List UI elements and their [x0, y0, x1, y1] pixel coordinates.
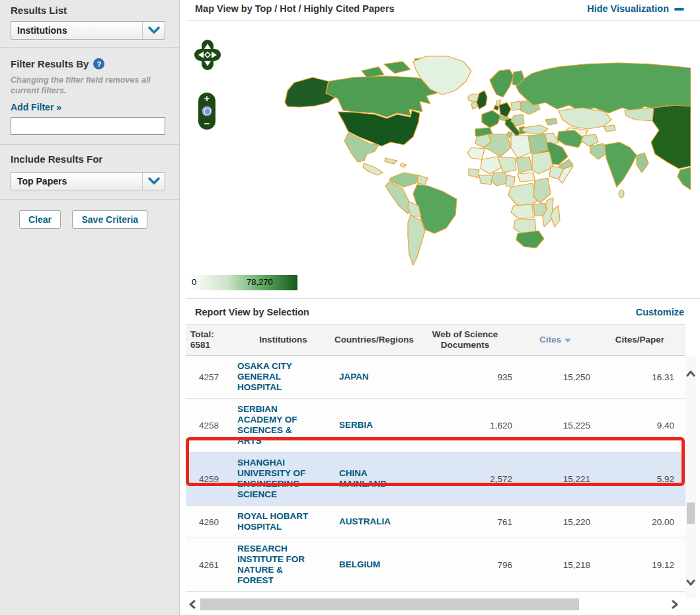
world-map[interactable] [188, 36, 691, 294]
rank-cell: 4257 [186, 372, 232, 382]
include-results-heading: Include Results For [11, 153, 169, 165]
institution-link[interactable]: RESEARCH INSTITUTE FOR NATURE & FOREST [232, 538, 334, 591]
cites-cell: 15,221 [516, 474, 594, 484]
horizontal-scrollbar[interactable] [186, 597, 685, 612]
minus-icon [674, 8, 684, 11]
country-link[interactable]: SERBIA [334, 415, 414, 436]
table-row[interactable]: 4257 OSAKA CITY GENERAL HOSPITAL JAPAN 9… [186, 356, 685, 399]
table-row[interactable]: 4258 SERBIAN ACADEMY OF SCIENCES & ARTS … [186, 399, 685, 452]
total-label: Total: [190, 329, 232, 340]
documents-cell: 761 [414, 517, 516, 527]
total-value: 6581 [190, 340, 232, 350]
table-row[interactable]: 4259 SHANGHAI UNIVERSITY OF ENGINEERING … [186, 452, 685, 506]
rank-cell: 4259 [186, 474, 232, 484]
cites-header-sorted[interactable]: Cites [516, 335, 594, 345]
globe-icon[interactable] [202, 106, 212, 116]
institution-link[interactable]: ROYAL HOBART HOSPITAL [232, 506, 334, 538]
cites-cell: 15,250 [516, 372, 594, 382]
add-filter-link[interactable]: Add Filter » [11, 102, 61, 112]
cites-cell: 15,218 [516, 560, 594, 570]
customize-link[interactable]: Customize [636, 307, 684, 317]
documents-cell: 1,620 [414, 421, 516, 430]
filter-note: Changing the filter field removes all cu… [11, 75, 169, 96]
country-link[interactable]: BELGIUM [334, 554, 414, 575]
map-pan-control[interactable] [194, 40, 221, 91]
country-link[interactable]: CHINA MAINLAND [334, 463, 414, 495]
results-table-body: 4257 OSAKA CITY GENERAL HOSPITAL JAPAN 9… [186, 356, 685, 598]
cites-per-paper-cell: 19.12 [594, 560, 685, 570]
table-row[interactable]: 4260 ROYAL HOBART HOSPITAL AUSTRALIA 761… [186, 506, 685, 538]
help-icon[interactable]: ? [93, 58, 104, 69]
results-list-dropdown[interactable]: Institutions [11, 21, 165, 40]
vertical-scrollbar[interactable] [685, 356, 696, 598]
chevron-down-icon [142, 22, 165, 39]
rank-cell: 4258 [186, 421, 232, 430]
map-view-title: Map View by Top / Hot / Highly Cited Pap… [195, 3, 395, 14]
map-zoom-control: + − [198, 93, 215, 130]
total-header: Total: 6581 [186, 329, 232, 350]
scroll-up-button[interactable] [685, 368, 696, 379]
filter-results-heading: Filter Results By [11, 58, 89, 69]
institutions-header[interactable]: Institutions [232, 335, 334, 345]
country-link[interactable]: JAPAN [334, 366, 414, 388]
include-results-dropdown[interactable]: Top Papers [11, 172, 165, 190]
institution-link[interactable]: SHANGHAI UNIVERSITY OF ENGINEERING SCIEN… [232, 452, 334, 505]
countries-header[interactable]: Countries/Regions [334, 335, 414, 345]
cites-per-paper-cell: 9.40 [594, 421, 685, 430]
cites-header-label: Cites [539, 335, 561, 345]
documents-cell: 2,572 [414, 474, 516, 484]
cites-cell: 15,225 [516, 421, 594, 430]
cites-per-paper-cell: 16.31 [594, 372, 685, 382]
section-divider [186, 298, 700, 299]
scroll-right-button[interactable] [670, 598, 680, 610]
report-view-title: Report View by Selection [195, 307, 309, 317]
cites-per-paper-header[interactable]: Cites/Paper [594, 335, 685, 345]
country-link[interactable]: AUSTRALIA [334, 511, 414, 532]
zoom-out-button[interactable]: − [204, 120, 210, 128]
include-results-selected-value: Top Papers [11, 176, 142, 186]
header-divider [186, 20, 700, 20]
scroll-left-button[interactable] [187, 598, 198, 610]
table-row[interactable]: 4261 RESEARCH INSTITUTE FOR NATURE & FOR… [186, 538, 685, 592]
documents-header[interactable]: Web of Science Documents [414, 329, 516, 350]
cites-per-paper-cell: 5.92 [594, 474, 685, 484]
rank-cell: 4260 [186, 517, 232, 527]
scroll-down-button[interactable] [685, 577, 696, 588]
map-color-legend: 0 78,270 [190, 275, 297, 290]
legend-min-value: 0 [192, 277, 196, 287]
filter-input[interactable] [11, 117, 165, 135]
documents-cell: 935 [414, 372, 516, 382]
hide-visualization-label: Hide Visualization [587, 3, 669, 14]
filter-sidebar: Results List Institutions Filter Results… [0, 0, 180, 615]
save-criteria-button[interactable]: Save Criteria [72, 210, 147, 229]
zoom-in-button[interactable]: + [204, 95, 210, 102]
results-list-selected-value: Institutions [11, 25, 142, 36]
table-header-row: Total: 6581 Institutions Countries/Regio… [186, 324, 685, 356]
institution-link[interactable]: SERBIAN ACADEMY OF SCIENCES & ARTS [232, 399, 334, 452]
cites-per-paper-cell: 20.00 [594, 517, 685, 527]
horizontal-scroll-thumb[interactable] [200, 598, 579, 610]
cites-cell: 15,220 [516, 517, 594, 527]
sort-descending-icon [564, 339, 571, 343]
rank-cell: 4261 [186, 560, 232, 570]
hide-visualization-link[interactable]: Hide Visualization [587, 3, 684, 14]
legend-max-value: 78,270 [247, 277, 273, 287]
clear-button[interactable]: Clear [19, 210, 61, 229]
documents-cell: 796 [414, 560, 516, 570]
results-list-heading: Results List [11, 5, 169, 16]
vertical-scroll-thumb[interactable] [687, 503, 695, 524]
institution-link[interactable]: OSAKA CITY GENERAL HOSPITAL [232, 356, 334, 398]
chevron-down-icon [142, 173, 165, 190]
